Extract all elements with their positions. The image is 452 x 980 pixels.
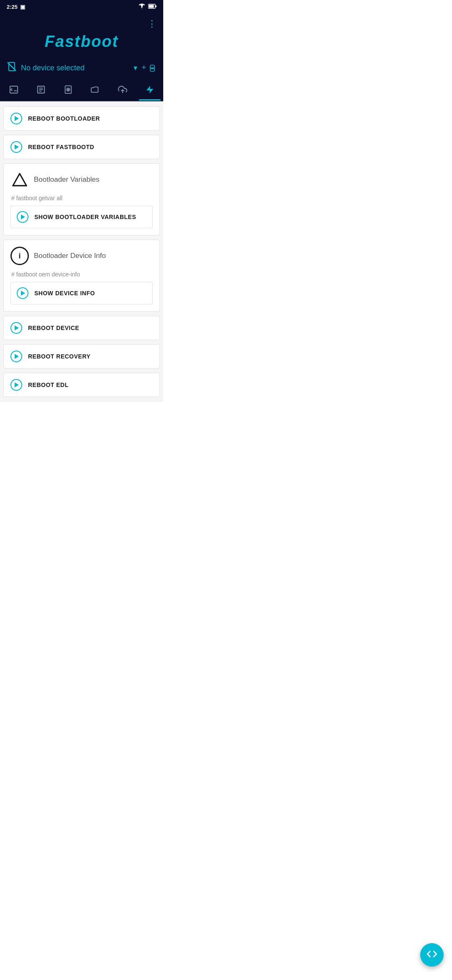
reboot-fastbootd-card[interactable]: REBOOT FASTBOOTD	[3, 135, 160, 159]
more-menu-button[interactable]: ⋮	[146, 17, 158, 31]
show-bootloader-vars-play-icon	[17, 211, 28, 223]
terminal-icon	[9, 85, 18, 96]
reboot-device-label: REBOOT DEVICE	[28, 325, 79, 331]
bootloader-variables-command: # fastboot getvar all	[11, 195, 153, 201]
reboot-edl-card[interactable]: REBOOT EDL	[3, 373, 160, 397]
bootloader-device-info-header: i Bootloader Device Info	[10, 247, 153, 265]
folder-icon	[91, 85, 100, 96]
battery-icon	[148, 3, 157, 10]
tab-folder[interactable]	[82, 82, 109, 101]
tabs-bar	[0, 78, 163, 101]
bolt-icon	[145, 85, 154, 96]
reboot-edl-play-icon	[10, 379, 22, 391]
wifi-icon	[138, 3, 146, 10]
show-bootloader-vars-label: SHOW BOOTLOADER VARIABLES	[34, 214, 136, 220]
no-device-text: No device selected	[21, 64, 129, 72]
triangle-icon	[10, 170, 29, 189]
bootloader-variables-header: Bootloader Variables	[10, 170, 153, 189]
status-right	[138, 3, 157, 10]
reboot-bootloader-play-icon	[10, 113, 22, 124]
show-device-info-button[interactable]: SHOW DEVICE INFO	[10, 282, 153, 304]
bootloader-device-info-command: # fastboot oem device-info	[11, 271, 153, 278]
reboot-fastbootd-label: REBOOT FASTBOOTD	[28, 144, 94, 150]
app-header: ⋮ Fastboot No device selected ▾ +	[0, 13, 163, 101]
tab-flash[interactable]	[54, 82, 82, 101]
show-bootloader-variables-button[interactable]: SHOW BOOTLOADER VARIABLES	[10, 206, 153, 228]
svg-point-13	[67, 89, 69, 90]
bootloader-device-info-title: Bootloader Device Info	[34, 252, 106, 260]
reboot-fastbootd-play-icon	[10, 141, 22, 153]
status-time: 2:25	[7, 4, 18, 10]
device-connect-icon[interactable]: +	[141, 63, 157, 72]
reboot-bootloader-label: REBOOT BOOTLOADER	[28, 115, 100, 122]
app-title: Fastboot	[0, 31, 163, 57]
device-dropdown-icon[interactable]: ▾	[134, 63, 137, 72]
flash-icon	[64, 85, 73, 96]
show-device-info-play-icon	[17, 287, 28, 299]
tab-upload[interactable]	[109, 82, 136, 101]
reboot-device-card[interactable]: REBOOT DEVICE	[3, 316, 160, 340]
commands-icon	[36, 85, 46, 96]
reboot-recovery-play-icon	[10, 351, 22, 362]
upload-icon	[118, 85, 127, 96]
status-left: 2:25 ▣	[7, 4, 25, 10]
svg-marker-16	[13, 174, 26, 186]
tab-fastboot[interactable]	[136, 82, 163, 101]
svg-rect-2	[155, 5, 157, 7]
tab-terminal[interactable]	[0, 82, 27, 101]
bootloader-variables-card: Bootloader Variables # fastboot getvar a…	[3, 163, 160, 235]
reboot-recovery-label: REBOOT RECOVERY	[28, 353, 90, 360]
info-circle-icon: i	[10, 247, 29, 265]
device-disconnect-icon	[7, 62, 17, 74]
svg-rect-1	[149, 5, 154, 8]
content-area: REBOOT BOOTLOADER REBOOT FASTBOOTD Bootl…	[0, 101, 163, 402]
bootloader-device-info-card: i Bootloader Device Info # fastboot oem …	[3, 240, 160, 312]
reboot-bootloader-card[interactable]: REBOOT BOOTLOADER	[3, 106, 160, 131]
reboot-edl-label: REBOOT EDL	[28, 382, 69, 388]
svg-marker-15	[146, 86, 153, 93]
header-top: ⋮	[0, 13, 163, 31]
status-bar: 2:25 ▣	[0, 0, 163, 13]
show-device-info-label: SHOW DEVICE INFO	[34, 290, 95, 297]
device-selector[interactable]: No device selected ▾ +	[0, 57, 163, 78]
reboot-device-play-icon	[10, 322, 22, 334]
bootloader-variables-title: Bootloader Variables	[34, 175, 100, 184]
reboot-recovery-card[interactable]: REBOOT RECOVERY	[3, 344, 160, 369]
sim-icon: ▣	[20, 4, 25, 10]
tab-commands[interactable]	[27, 82, 54, 101]
